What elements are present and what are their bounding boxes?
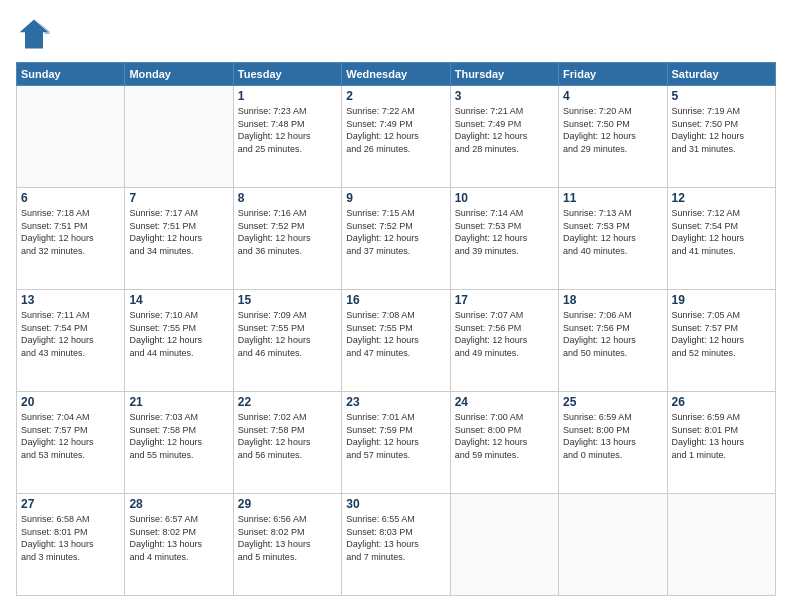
day-info: Sunrise: 7:00 AM Sunset: 8:00 PM Dayligh… <box>455 411 554 461</box>
col-header-friday: Friday <box>559 63 667 86</box>
calendar-cell: 12Sunrise: 7:12 AM Sunset: 7:54 PM Dayli… <box>667 188 775 290</box>
calendar-cell: 20Sunrise: 7:04 AM Sunset: 7:57 PM Dayli… <box>17 392 125 494</box>
day-number: 22 <box>238 395 337 409</box>
calendar-cell: 11Sunrise: 7:13 AM Sunset: 7:53 PM Dayli… <box>559 188 667 290</box>
calendar-cell: 16Sunrise: 7:08 AM Sunset: 7:55 PM Dayli… <box>342 290 450 392</box>
calendar-cell: 14Sunrise: 7:10 AM Sunset: 7:55 PM Dayli… <box>125 290 233 392</box>
day-info: Sunrise: 7:02 AM Sunset: 7:58 PM Dayligh… <box>238 411 337 461</box>
calendar-cell: 29Sunrise: 6:56 AM Sunset: 8:02 PM Dayli… <box>233 494 341 596</box>
calendar-cell: 2Sunrise: 7:22 AM Sunset: 7:49 PM Daylig… <box>342 86 450 188</box>
day-info: Sunrise: 7:08 AM Sunset: 7:55 PM Dayligh… <box>346 309 445 359</box>
day-number: 3 <box>455 89 554 103</box>
calendar-cell <box>17 86 125 188</box>
calendar-cell: 7Sunrise: 7:17 AM Sunset: 7:51 PM Daylig… <box>125 188 233 290</box>
col-header-tuesday: Tuesday <box>233 63 341 86</box>
day-info: Sunrise: 7:13 AM Sunset: 7:53 PM Dayligh… <box>563 207 662 257</box>
calendar-cell: 18Sunrise: 7:06 AM Sunset: 7:56 PM Dayli… <box>559 290 667 392</box>
day-info: Sunrise: 7:23 AM Sunset: 7:48 PM Dayligh… <box>238 105 337 155</box>
calendar-cell: 28Sunrise: 6:57 AM Sunset: 8:02 PM Dayli… <box>125 494 233 596</box>
calendar-cell: 26Sunrise: 6:59 AM Sunset: 8:01 PM Dayli… <box>667 392 775 494</box>
day-number: 16 <box>346 293 445 307</box>
day-info: Sunrise: 7:22 AM Sunset: 7:49 PM Dayligh… <box>346 105 445 155</box>
calendar-cell <box>450 494 558 596</box>
day-number: 30 <box>346 497 445 511</box>
day-number: 12 <box>672 191 771 205</box>
calendar-cell: 1Sunrise: 7:23 AM Sunset: 7:48 PM Daylig… <box>233 86 341 188</box>
day-number: 2 <box>346 89 445 103</box>
day-number: 9 <box>346 191 445 205</box>
col-header-thursday: Thursday <box>450 63 558 86</box>
calendar-cell: 8Sunrise: 7:16 AM Sunset: 7:52 PM Daylig… <box>233 188 341 290</box>
day-number: 27 <box>21 497 120 511</box>
logo <box>16 16 56 52</box>
page: SundayMondayTuesdayWednesdayThursdayFrid… <box>0 0 792 612</box>
calendar-cell: 10Sunrise: 7:14 AM Sunset: 7:53 PM Dayli… <box>450 188 558 290</box>
day-number: 23 <box>346 395 445 409</box>
day-number: 18 <box>563 293 662 307</box>
day-number: 11 <box>563 191 662 205</box>
calendar-cell: 4Sunrise: 7:20 AM Sunset: 7:50 PM Daylig… <box>559 86 667 188</box>
day-info: Sunrise: 6:57 AM Sunset: 8:02 PM Dayligh… <box>129 513 228 563</box>
calendar-week-3: 20Sunrise: 7:04 AM Sunset: 7:57 PM Dayli… <box>17 392 776 494</box>
calendar-week-2: 13Sunrise: 7:11 AM Sunset: 7:54 PM Dayli… <box>17 290 776 392</box>
header <box>16 16 776 52</box>
calendar-cell: 21Sunrise: 7:03 AM Sunset: 7:58 PM Dayli… <box>125 392 233 494</box>
day-info: Sunrise: 6:58 AM Sunset: 8:01 PM Dayligh… <box>21 513 120 563</box>
calendar-cell: 5Sunrise: 7:19 AM Sunset: 7:50 PM Daylig… <box>667 86 775 188</box>
svg-marker-0 <box>20 20 49 49</box>
day-info: Sunrise: 7:03 AM Sunset: 7:58 PM Dayligh… <box>129 411 228 461</box>
day-info: Sunrise: 7:21 AM Sunset: 7:49 PM Dayligh… <box>455 105 554 155</box>
calendar-cell: 25Sunrise: 6:59 AM Sunset: 8:00 PM Dayli… <box>559 392 667 494</box>
day-info: Sunrise: 7:19 AM Sunset: 7:50 PM Dayligh… <box>672 105 771 155</box>
day-number: 24 <box>455 395 554 409</box>
calendar-cell: 3Sunrise: 7:21 AM Sunset: 7:49 PM Daylig… <box>450 86 558 188</box>
day-info: Sunrise: 6:59 AM Sunset: 8:00 PM Dayligh… <box>563 411 662 461</box>
day-number: 26 <box>672 395 771 409</box>
calendar-cell: 24Sunrise: 7:00 AM Sunset: 8:00 PM Dayli… <box>450 392 558 494</box>
day-number: 5 <box>672 89 771 103</box>
day-info: Sunrise: 6:59 AM Sunset: 8:01 PM Dayligh… <box>672 411 771 461</box>
calendar-cell: 13Sunrise: 7:11 AM Sunset: 7:54 PM Dayli… <box>17 290 125 392</box>
day-info: Sunrise: 7:17 AM Sunset: 7:51 PM Dayligh… <box>129 207 228 257</box>
day-number: 13 <box>21 293 120 307</box>
day-info: Sunrise: 7:09 AM Sunset: 7:55 PM Dayligh… <box>238 309 337 359</box>
day-info: Sunrise: 7:11 AM Sunset: 7:54 PM Dayligh… <box>21 309 120 359</box>
calendar-week-4: 27Sunrise: 6:58 AM Sunset: 8:01 PM Dayli… <box>17 494 776 596</box>
calendar-header-row: SundayMondayTuesdayWednesdayThursdayFrid… <box>17 63 776 86</box>
calendar-table: SundayMondayTuesdayWednesdayThursdayFrid… <box>16 62 776 596</box>
day-info: Sunrise: 7:12 AM Sunset: 7:54 PM Dayligh… <box>672 207 771 257</box>
day-info: Sunrise: 7:01 AM Sunset: 7:59 PM Dayligh… <box>346 411 445 461</box>
day-number: 20 <box>21 395 120 409</box>
day-info: Sunrise: 7:04 AM Sunset: 7:57 PM Dayligh… <box>21 411 120 461</box>
calendar-cell: 19Sunrise: 7:05 AM Sunset: 7:57 PM Dayli… <box>667 290 775 392</box>
day-info: Sunrise: 7:18 AM Sunset: 7:51 PM Dayligh… <box>21 207 120 257</box>
calendar-cell: 15Sunrise: 7:09 AM Sunset: 7:55 PM Dayli… <box>233 290 341 392</box>
calendar-cell: 27Sunrise: 6:58 AM Sunset: 8:01 PM Dayli… <box>17 494 125 596</box>
col-header-wednesday: Wednesday <box>342 63 450 86</box>
day-number: 1 <box>238 89 337 103</box>
logo-icon <box>16 16 52 52</box>
day-number: 15 <box>238 293 337 307</box>
day-info: Sunrise: 7:16 AM Sunset: 7:52 PM Dayligh… <box>238 207 337 257</box>
calendar-cell: 6Sunrise: 7:18 AM Sunset: 7:51 PM Daylig… <box>17 188 125 290</box>
calendar-cell: 9Sunrise: 7:15 AM Sunset: 7:52 PM Daylig… <box>342 188 450 290</box>
day-number: 21 <box>129 395 228 409</box>
day-info: Sunrise: 7:07 AM Sunset: 7:56 PM Dayligh… <box>455 309 554 359</box>
calendar-cell: 22Sunrise: 7:02 AM Sunset: 7:58 PM Dayli… <box>233 392 341 494</box>
day-info: Sunrise: 7:20 AM Sunset: 7:50 PM Dayligh… <box>563 105 662 155</box>
calendar-cell: 23Sunrise: 7:01 AM Sunset: 7:59 PM Dayli… <box>342 392 450 494</box>
calendar-cell <box>559 494 667 596</box>
day-number: 7 <box>129 191 228 205</box>
calendar-cell: 30Sunrise: 6:55 AM Sunset: 8:03 PM Dayli… <box>342 494 450 596</box>
calendar-week-0: 1Sunrise: 7:23 AM Sunset: 7:48 PM Daylig… <box>17 86 776 188</box>
day-number: 4 <box>563 89 662 103</box>
calendar-cell <box>667 494 775 596</box>
day-info: Sunrise: 7:15 AM Sunset: 7:52 PM Dayligh… <box>346 207 445 257</box>
calendar-cell: 17Sunrise: 7:07 AM Sunset: 7:56 PM Dayli… <box>450 290 558 392</box>
day-info: Sunrise: 7:10 AM Sunset: 7:55 PM Dayligh… <box>129 309 228 359</box>
day-number: 14 <box>129 293 228 307</box>
col-header-saturday: Saturday <box>667 63 775 86</box>
day-number: 17 <box>455 293 554 307</box>
day-number: 28 <box>129 497 228 511</box>
day-info: Sunrise: 7:06 AM Sunset: 7:56 PM Dayligh… <box>563 309 662 359</box>
